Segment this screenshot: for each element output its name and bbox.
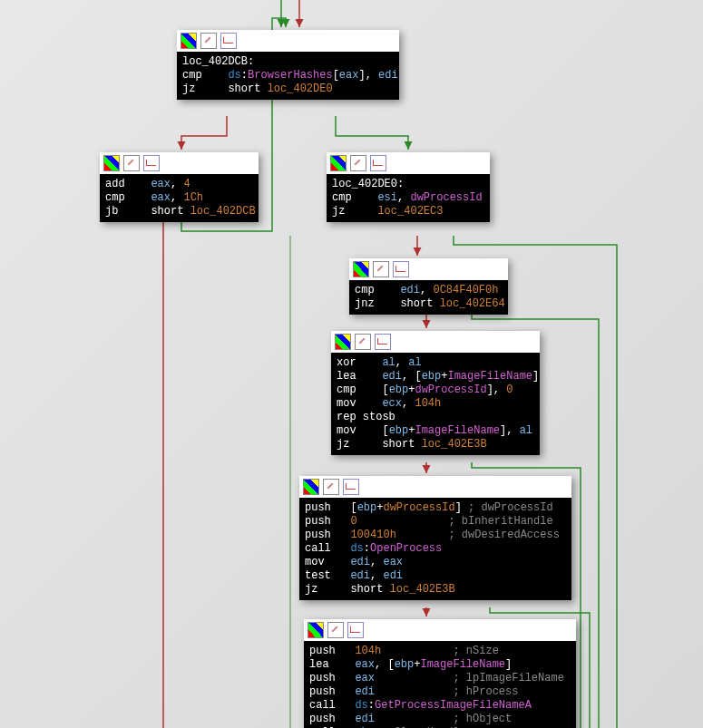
asm-line: cmp edi, 0C84F40F0h <box>355 284 503 297</box>
asm-line: test edi, edi <box>305 569 566 583</box>
code-body: add eax, 4cmp eax, 1Chjb short loc_402DC… <box>100 174 259 222</box>
code-body: xor al, allea edi, [ebp+ImageFileName]cm… <box>331 353 540 455</box>
edit-icon <box>350 155 366 171</box>
asm-line: push eax ; lpImageFileName <box>309 672 571 685</box>
graph-icon <box>375 334 391 350</box>
asm-line: mov [ebp+ImageFileName], al <box>337 424 534 438</box>
graph-icon <box>347 622 364 638</box>
graph-icon <box>220 33 237 49</box>
color-icon <box>103 155 120 171</box>
edit-icon <box>355 334 371 350</box>
asm-line: mov edi, eax <box>305 556 566 569</box>
edit-icon <box>123 155 140 171</box>
code-block-b3[interactable]: loc_402DE0:cmp esi, dwProcessIdjz loc_40… <box>327 152 490 222</box>
graph-icon <box>393 261 409 277</box>
code-body: loc_402DCB:cmp ds:BrowserHashes[eax], ed… <box>177 52 399 100</box>
code-block-b6[interactable]: push [ebp+dwProcessId] ; dwProcessIdpush… <box>299 476 571 600</box>
asm-line: push 104h ; nSize <box>309 645 571 658</box>
asm-line: rep stosb <box>337 411 534 424</box>
asm-line: push [ebp+dwProcessId] ; dwProcessId <box>305 501 566 515</box>
asm-line: cmp [ebp+dwProcessId], 0 <box>337 383 534 397</box>
code-block-b1[interactable]: loc_402DCB:cmp ds:BrowserHashes[eax], ed… <box>177 30 399 100</box>
code-body: push [ebp+dwProcessId] ; dwProcessIdpush… <box>299 498 571 600</box>
asm-line: cmp esi, dwProcessId <box>332 191 484 205</box>
asm-line: jz loc_402EC3 <box>332 205 484 218</box>
block-title-bar <box>349 258 508 280</box>
code-block-b7[interactable]: push 104h ; nSizelea eax, [ebp+ImageFile… <box>304 619 576 728</box>
edit-icon <box>323 479 339 495</box>
block-label: loc_402DCB: <box>182 55 394 69</box>
block-title-bar <box>331 331 540 353</box>
asm-line: jnz short loc_402E64 <box>355 297 503 311</box>
asm-line: push 100410h ; dwDesiredAccess <box>305 529 566 542</box>
block-title-bar <box>100 152 259 174</box>
color-icon <box>330 155 347 171</box>
edit-icon <box>200 33 217 49</box>
edit-icon <box>327 622 344 638</box>
asm-line: jz short loc_402E3B <box>305 583 566 597</box>
color-icon <box>181 33 197 49</box>
color-icon <box>308 622 324 638</box>
code-block-b5[interactable]: xor al, allea edi, [ebp+ImageFileName]cm… <box>331 331 540 455</box>
color-icon <box>335 334 351 350</box>
asm-line: push 0 ; bInheritHandle <box>305 515 566 529</box>
graph-icon <box>370 155 386 171</box>
code-body: cmp edi, 0C84F40F0hjnz short loc_402E64 <box>349 280 508 315</box>
block-title-bar <box>304 619 576 641</box>
asm-line: add eax, 4 <box>105 178 253 191</box>
color-icon <box>353 261 369 277</box>
code-block-b4[interactable]: cmp edi, 0C84F40F0hjnz short loc_402E64 <box>349 258 508 315</box>
graph-icon <box>143 155 160 171</box>
asm-line: push edi ; hObject <box>309 713 571 726</box>
asm-line: lea edi, [ebp+ImageFileName] <box>337 370 534 383</box>
color-icon <box>303 479 319 495</box>
code-block-b2[interactable]: add eax, 4cmp eax, 1Chjb short loc_402DC… <box>100 152 259 222</box>
block-label: loc_402DE0: <box>332 178 484 191</box>
edit-icon <box>373 261 389 277</box>
asm-line: lea eax, [ebp+ImageFileName] <box>309 658 571 672</box>
asm-line: jb short loc_402DCB <box>105 205 253 218</box>
graph-icon <box>343 479 359 495</box>
asm-line: call ds:OpenProcess <box>305 542 566 556</box>
block-title-bar <box>177 30 399 52</box>
block-title-bar <box>299 476 571 498</box>
asm-line: jz short loc_402DE0 <box>182 83 394 96</box>
asm-line: xor al, al <box>337 356 534 370</box>
asm-line: jz short loc_402E3B <box>337 438 534 451</box>
code-body: loc_402DE0:cmp esi, dwProcessIdjz loc_40… <box>327 174 490 222</box>
asm-line: push edi ; hProcess <box>309 685 571 699</box>
block-title-bar <box>327 152 490 174</box>
asm-line: cmp ds:BrowserHashes[eax], edi <box>182 69 394 83</box>
code-body: push 104h ; nSizelea eax, [ebp+ImageFile… <box>304 641 576 728</box>
asm-line: call ds:GetProcessImageFileNameA <box>309 699 571 713</box>
asm-line: cmp eax, 1Ch <box>105 191 253 205</box>
asm-line: mov ecx, 104h <box>337 397 534 411</box>
